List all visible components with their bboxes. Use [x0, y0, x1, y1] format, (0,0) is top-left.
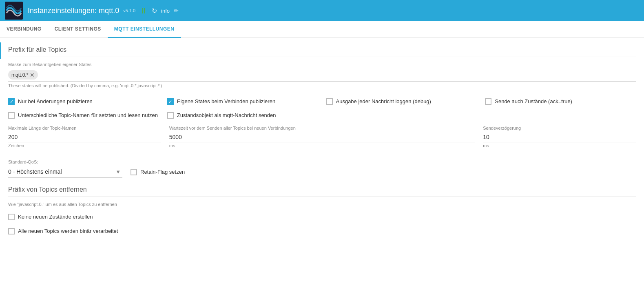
checkbox-label-ausgabe-loggen: Ausgabe jeder Nachricht loggen (debug)	[336, 98, 431, 105]
field-unit-wartezeit: ms	[169, 143, 475, 148]
section-prefix: Prefix für alle Topics Maske zum Bekannt…	[8, 46, 636, 88]
section-praefix-entfernen: Präfix von Topics entfernen Wie "javascr…	[8, 186, 636, 234]
qos-label: Standard-QoS:	[8, 159, 122, 164]
checkbox-label-retain: Retain-Flag setzen	[140, 168, 185, 176]
check-mark: ✓	[10, 100, 13, 104]
field-unit-sendeVerzoegerung: ms	[483, 143, 636, 148]
checkbox-label-keine-zustaende: Keine neuen Zustände erstellen	[18, 213, 93, 221]
field-unit-max-laenge: Zeichen	[8, 143, 161, 148]
numeric-fields-row: Maximale Länge der Topic-Namen Zeichen W…	[8, 126, 636, 155]
pause-icon[interactable]: ⏸	[139, 6, 148, 15]
version-badge: v5.1.0	[123, 8, 135, 13]
edit-icon[interactable]: ✏	[174, 7, 179, 14]
qos-select[interactable]: 0 - Höchstens einmal 1 - Mindestens einm…	[8, 166, 122, 177]
field-max-laenge: Maximale Länge der Topic-Namen Zeichen	[8, 126, 161, 148]
qos-row: Standard-QoS: 0 - Höchstens einmal 1 - M…	[8, 159, 636, 178]
header-title-area: Instanzeinstellungen: mqtt.0 v5.1.0 ⏸ ↻ …	[28, 6, 639, 15]
checkbox-box-eigene-states[interactable]: ✓	[167, 98, 174, 105]
tag-hint: These states will be published. (Divided…	[8, 83, 636, 88]
tab-mqtt-einstellungen[interactable]: MQTT EINSTELLUNGEN	[108, 21, 181, 38]
checkbox-box-keine-zustaende[interactable]	[8, 214, 15, 220]
tabs-bar: VERBINDUNG CLIENT SETTINGS MQTT EINSTELL…	[0, 21, 644, 38]
checkbox-zustandsobjekt[interactable]: Zustandsobjekt als mqtt-Nachricht senden	[167, 112, 318, 119]
checkbox-ausgabe-loggen[interactable]: Ausgabe jeder Nachricht loggen (debug)	[326, 98, 477, 105]
checkbox-box-ausgabe-loggen[interactable]	[326, 98, 333, 105]
qos-select-wrapper: 0 - Höchstens einmal 1 - Mindestens einm…	[8, 166, 122, 178]
checkbox-label-nur-aenderungen: Nur bei Änderungen publizieren	[18, 98, 93, 105]
section1-title: Prefix für alle Topics	[8, 46, 636, 57]
left-tab-indicator	[0, 42, 1, 59]
mask-label: Maske zum Bekanntgeben eigener States	[8, 62, 636, 67]
tag-close-button[interactable]: ✕	[30, 72, 35, 78]
checkbox-box-nur-aenderungen[interactable]: ✓	[8, 98, 15, 105]
field-label-max-laenge: Maximale Länge der Topic-Namen	[8, 126, 161, 130]
refresh-icon[interactable]: ↻	[152, 7, 157, 15]
instance-title: Instanzeinstellungen: mqtt.0	[28, 7, 119, 15]
checkbox-binaer-wrapper: Alle neuen Topics werden binär verarbeit…	[8, 228, 636, 235]
tag-value: mqtt.0.*	[11, 72, 28, 78]
tag-container[interactable]: mqtt.0.* ✕	[8, 69, 636, 82]
tab-verbindung[interactable]: VERBINDUNG	[0, 21, 48, 38]
checkbox-box-unterschiedliche-topics[interactable]	[8, 112, 15, 119]
field-input-wartezeit[interactable]	[169, 132, 475, 142]
field-wartezeit: Wartezeit vor dem Senden aller Topics be…	[169, 126, 475, 148]
checkbox-label-binaer: Alle neuen Topics werden binär verarbeit…	[18, 228, 118, 235]
checkbox-binaer[interactable]: Alle neuen Topics werden binär verarbeit…	[8, 228, 636, 235]
checkbox-label-zustandsobjekt: Zustandsobjekt als mqtt-Nachricht senden	[177, 112, 276, 119]
checkbox-unterschiedliche-topics[interactable]: Unterschiedliche Topic-Namen für setzten…	[8, 112, 159, 119]
check-mark: ✓	[168, 100, 172, 104]
checkbox-eigene-states[interactable]: ✓ Eigene States beim Verbinden publizier…	[167, 98, 318, 105]
field-input-sendeVerzoegerung[interactable]	[483, 132, 636, 142]
checkbox-sende-zustaende[interactable]: Sende auch Zustände (ack=true)	[485, 98, 636, 105]
tabs-container: VERBINDUNG CLIENT SETTINGS MQTT EINSTELL…	[0, 21, 644, 38]
checkbox-box-sende-zustaende[interactable]	[485, 98, 491, 105]
field-label-sendeVerzoegerung: Sendeverzögerung	[483, 126, 636, 130]
header: Instanzeinstellungen: mqtt.0 v5.1.0 ⏸ ↻ …	[0, 0, 644, 21]
section2-hint: Wie "javascript.0." um es aus allen Topi…	[8, 202, 636, 207]
checkbox-box-binaer[interactable]	[8, 228, 15, 234]
tab-client-settings[interactable]: CLIENT SETTINGS	[48, 21, 108, 38]
info-label[interactable]: info	[161, 8, 170, 14]
checkbox-retain[interactable]: Retain-Flag setzen	[131, 168, 636, 176]
main-content: Prefix für alle Topics Maske zum Bekannt…	[0, 38, 644, 253]
checkbox-nur-aenderungen[interactable]: ✓ Nur bei Änderungen publizieren	[8, 98, 159, 105]
app-logo	[5, 2, 23, 20]
section2-title: Präfix von Topics entfernen	[8, 186, 636, 197]
tag-mqtt: mqtt.0.* ✕	[8, 70, 38, 80]
checkboxes-grid: ✓ Nur bei Änderungen publizieren ✓ Eigen…	[8, 98, 636, 119]
checkbox-label-sende-zustaende: Sende auch Zustände (ack=true)	[495, 98, 572, 105]
checkbox-label-eigene-states: Eigene States beim Verbinden publizieren	[177, 98, 275, 105]
field-label-wartezeit: Wartezeit vor dem Senden aller Topics be…	[169, 126, 475, 130]
mask-field-group: Maske zum Bekanntgeben eigener States mq…	[8, 62, 636, 88]
checkbox-label-unterschiedliche-topics: Unterschiedliche Topic-Namen für setzten…	[18, 112, 158, 119]
qos-field-group: Standard-QoS: 0 - Höchstens einmal 1 - M…	[8, 159, 122, 178]
checkbox-keine-zustaende-wrapper: Keine neuen Zustände erstellen	[8, 213, 636, 221]
checkbox-keine-zustaende[interactable]: Keine neuen Zustände erstellen	[8, 213, 636, 221]
checkbox-box-zustandsobjekt[interactable]	[167, 112, 174, 119]
checkbox-box-retain[interactable]	[131, 169, 137, 175]
field-sendeVerzoegerung: Sendeverzögerung ms	[483, 126, 636, 148]
field-input-max-laenge[interactable]	[8, 132, 161, 142]
